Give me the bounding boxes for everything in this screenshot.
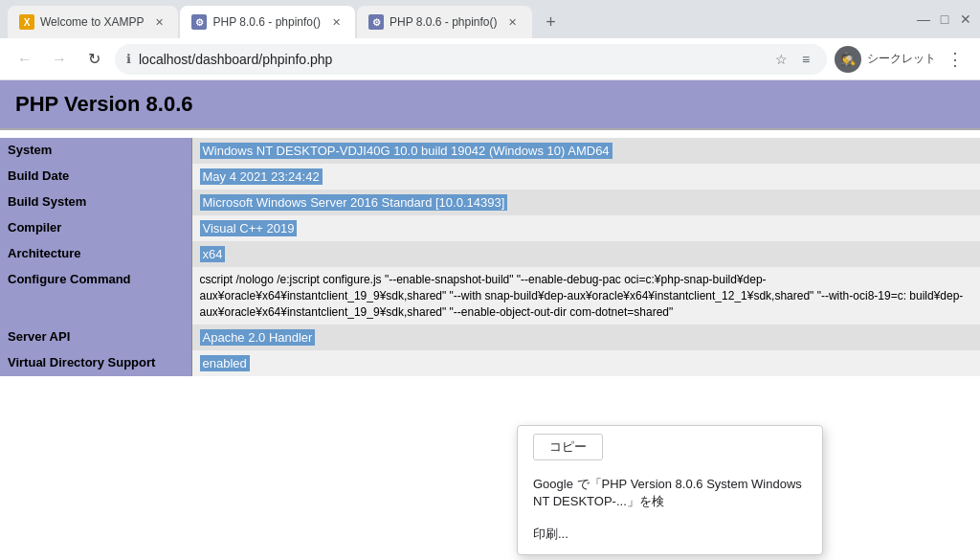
tab-xampp-label: Welcome to XAMPP <box>40 15 144 29</box>
table-row: Build System Microsoft Windows Server 20… <box>0 190 980 215</box>
tab-phpinfo-active[interactable]: ⚙ PHP 8.0.6 - phpinfo() ✕ <box>180 6 355 38</box>
close-button[interactable]: ✕ <box>959 12 972 26</box>
context-menu-item-search[interactable]: Google で「PHP Version 8.0.6 System Window… <box>518 468 822 518</box>
tab-xampp[interactable]: X Welcome to XAMPP ✕ <box>8 6 178 38</box>
row-label-architecture: Architecture <box>0 241 191 267</box>
context-menu-item-print[interactable]: 印刷... <box>518 518 822 550</box>
table-row: Build Date May 4 2021 23:24:42 <box>0 164 980 190</box>
tab-xampp-close[interactable]: ✕ <box>151 14 167 30</box>
row-label-virtual-directory: Virtual Directory Support <box>0 350 191 376</box>
tab-phpinfo-2-close[interactable]: ✕ <box>505 14 521 30</box>
row-value-system: Windows NT DESKTOP-VDJI40G 10.0 build 19… <box>191 138 980 164</box>
browser-menu-button[interactable]: ⋮ <box>942 46 969 73</box>
toolbar-right: 🕵 シークレット ⋮ <box>835 46 969 73</box>
table-row: Compiler Visual C++ 2019 <box>0 215 980 241</box>
minimize-button[interactable]: — <box>917 12 930 26</box>
url-icons: ☆ ≡ <box>771 50 815 69</box>
forward-button[interactable]: → <box>46 46 73 73</box>
url-text: localhost/dashboard/phpinfo.php <box>139 52 332 67</box>
maximize-button[interactable]: □ <box>938 12 951 26</box>
tab-phpinfo-label: PHP 8.0.6 - phpinfo() <box>212 15 321 29</box>
php-info-table-section: System Windows NT DESKTOP-VDJI40G 10.0 b… <box>0 138 980 376</box>
php-version-title: PHP Version 8.0.6 <box>15 92 965 117</box>
row-label-build-date: Build Date <box>0 164 191 190</box>
bookmark-icon[interactable]: ☆ <box>771 50 791 69</box>
configure-command-text: cscript /nologo /e:jscript configure.js … <box>200 272 973 320</box>
copy-button-container: コピー <box>518 430 822 468</box>
php-header: PHP Version 8.0.6 <box>0 80 980 130</box>
row-value-architecture: x64 <box>191 241 980 267</box>
table-row: System Windows NT DESKTOP-VDJI40G 10.0 b… <box>0 138 980 164</box>
table-row: Virtual Directory Support enabled <box>0 350 980 376</box>
lock-icon: ℹ <box>126 52 131 66</box>
table-row: Server API Apache 2.0 Handler <box>0 325 980 350</box>
back-button[interactable]: ← <box>11 46 38 73</box>
xampp-favicon: X <box>19 14 34 30</box>
new-tab-button[interactable]: + <box>538 9 565 35</box>
page-content: PHP Version 8.0.6 System Windows NT DESK… <box>0 80 980 560</box>
incognito-icon: 🕵 <box>835 46 861 73</box>
table-row: Architecture x64 <box>0 241 980 267</box>
row-value-virtual-directory: enabled <box>191 350 980 376</box>
read-mode-icon[interactable]: ≡ <box>796 50 815 69</box>
row-label-system: System <box>0 138 191 164</box>
row-label-configure-command: Configure Command <box>0 267 191 325</box>
php-favicon-1: ⚙ <box>191 14 207 30</box>
reload-button[interactable]: ↻ <box>80 46 107 73</box>
browser-frame: X Welcome to XAMPP ✕ ⚙ PHP 8.0.6 - phpin… <box>0 0 980 80</box>
title-bar: X Welcome to XAMPP ✕ ⚙ PHP 8.0.6 - phpin… <box>0 0 980 38</box>
tab-phpinfo-2-label: PHP 8.0.6 - phpinfo() <box>390 15 498 29</box>
php-favicon-2: ⚙ <box>368 14 384 30</box>
tab-phpinfo-2[interactable]: ⚙ PHP 8.0.6 - phpinfo() ✕ <box>357 6 532 38</box>
row-value-compiler: Visual C++ 2019 <box>191 215 980 241</box>
table-row: Configure Command cscript /nologo /e:jsc… <box>0 267 980 325</box>
tab-phpinfo-close[interactable]: ✕ <box>328 14 344 30</box>
context-menu: コピー Google で「PHP Version 8.0.6 System Wi… <box>517 425 823 555</box>
php-info-table: System Windows NT DESKTOP-VDJI40G 10.0 b… <box>0 138 980 376</box>
row-label-build-system: Build System <box>0 190 191 215</box>
address-bar: ← → ↻ ℹ localhost/dashboard/phpinfo.php … <box>0 38 980 80</box>
url-bar[interactable]: ℹ localhost/dashboard/phpinfo.php ☆ ≡ <box>115 44 827 75</box>
row-label-server-api: Server API <box>0 325 191 350</box>
row-value-build-date: May 4 2021 23:24:42 <box>191 164 980 190</box>
copy-button[interactable]: コピー <box>533 434 603 460</box>
row-label-compiler: Compiler <box>0 215 191 241</box>
row-value-configure-command: cscript /nologo /e:jscript configure.js … <box>191 267 980 325</box>
incognito-label: シークレット <box>867 51 936 67</box>
window-controls: — □ ✕ <box>917 12 972 32</box>
row-value-build-system: Microsoft Windows Server 2016 Standard [… <box>191 190 980 215</box>
row-value-server-api: Apache 2.0 Handler <box>191 325 980 350</box>
